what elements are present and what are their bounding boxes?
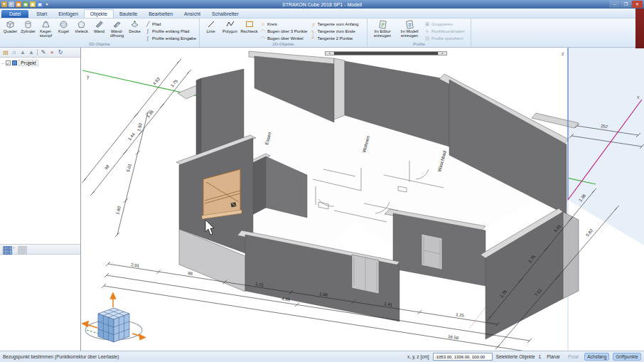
- profile-path-icon: ∫: [145, 28, 151, 34]
- edit-icon[interactable]: ✎: [40, 49, 47, 56]
- punktkoordinaten-button: ↳Punktkoordinaten: [424, 28, 465, 34]
- home-icon[interactable]: ⌂: [11, 49, 18, 56]
- tangente-anfang-button[interactable]: ╭Tangente vom Anfang: [310, 21, 358, 27]
- polygon-button[interactable]: Polygon: [221, 19, 239, 41]
- tab-bearbeiten[interactable]: Bearbeiten: [143, 10, 178, 18]
- gruppieren-button: ▣Gruppieren: [424, 21, 465, 27]
- kugel-button[interactable]: Kugel: [55, 19, 72, 41]
- qat-dropdown-icon[interactable]: ▾: [44, 1, 50, 7]
- minimize-button[interactable]: –: [609, 1, 620, 8]
- views-toolbar: ▦+ ▦: [0, 245, 80, 255]
- tree-item-label[interactable]: Projekt: [18, 60, 38, 66]
- save-profile-icon: ▥: [424, 36, 430, 41]
- work-plane: [568, 48, 644, 245]
- zylinder-button[interactable]: Zylinder: [20, 19, 36, 41]
- ribbon-right-accent: [635, 9, 644, 48]
- mode-achsfang[interactable]: Achsfang: [584, 353, 609, 361]
- project-tree: – ✓ Projekt: [0, 58, 80, 245]
- wandoeffnung-button[interactable]: Wand-öffnung: [109, 19, 125, 41]
- tangent-2-points-icon: ╯: [310, 36, 316, 41]
- arc-3-points-icon: ◠: [260, 28, 266, 34]
- scroll-right-icon[interactable]: ▸: [439, 52, 446, 55]
- new-document-icon[interactable]: ▣: [16, 1, 21, 7]
- z-axis-label: z: [562, 51, 564, 56]
- tangente-2-punkte-button[interactable]: ╯Tangente 2 Punkte: [310, 35, 358, 41]
- svg-text:4.63: 4.63: [152, 76, 161, 85]
- navigation-cube[interactable]: [82, 293, 145, 342]
- linie-button[interactable]: Linie: [202, 19, 220, 41]
- horizontal-scrollbar[interactable]: ◂ ▸: [325, 51, 447, 55]
- checkbox-checked[interactable]: ✓: [6, 60, 11, 65]
- kegelstumpf-button[interactable]: Kegel-stumpf: [38, 19, 54, 41]
- arc-angle-icon: ◠: [260, 36, 266, 41]
- print-icon[interactable]: ▣: [30, 1, 36, 7]
- im-editor-erzeugen-button[interactable]: Im Editor erzeugen: [370, 19, 395, 41]
- selected-objects-count: 1: [539, 354, 542, 359]
- mode-polar[interactable]: Polar: [566, 353, 581, 360]
- svg-text:1.25: 1.25: [456, 312, 465, 318]
- im-modell-erzeugen-button[interactable]: Im Modell erzeugen: [397, 19, 422, 41]
- tab-ansicht[interactable]: Ansicht: [178, 10, 206, 18]
- cylinder-icon: [23, 19, 33, 29]
- maximize-button[interactable]: ❐: [621, 1, 631, 8]
- profile-input-icon: ∫: [145, 36, 151, 41]
- application-window: ▼ ↶ ▣ ▣ ▣ ▣ ▾ STRAKON Cube 2018 SP1 - Mo…: [0, 0, 644, 362]
- tab-einfuegen[interactable]: Einfügen: [53, 10, 84, 18]
- mode-griffpunkte[interactable]: Griffpunkte: [613, 353, 641, 361]
- views-list-empty: [0, 255, 80, 351]
- tab-start[interactable]: Start: [31, 10, 53, 18]
- tab-datei[interactable]: Datei: [1, 10, 28, 18]
- decke-button[interactable]: Decke: [127, 19, 143, 41]
- svg-text:5.01: 5.01: [126, 163, 132, 172]
- close-button[interactable]: ✕: [632, 1, 643, 8]
- wall-opening-icon: [112, 19, 122, 29]
- wall-icon: [95, 19, 104, 29]
- model-viewport[interactable]: Essen Wohnen Waschbad: [81, 48, 644, 351]
- rechteck-button[interactable]: Rechteck: [240, 19, 258, 41]
- wand-button[interactable]: Wand: [91, 19, 107, 41]
- project-panel: ▤ ⌂ ▲ ▲ ✎ × ↻ – ✓ Projekt ▦+ ▦: [0, 48, 81, 351]
- tab-schalbretter[interactable]: Schalbretter: [206, 10, 245, 18]
- coords-input[interactable]: [433, 353, 493, 361]
- polygon-prism-icon: [77, 19, 86, 29]
- import-icon[interactable]: ▤: [2, 49, 9, 56]
- mode-planar[interactable]: Planar: [544, 353, 562, 360]
- vieleck-button[interactable]: Vieleck: [73, 19, 90, 41]
- profile-speichern-button: ▥Profile speichern: [424, 35, 465, 41]
- undo-icon[interactable]: ↶: [9, 1, 14, 7]
- ribbon-tabs: Datei Start Einfügen Objekte Bauteile Be…: [0, 9, 644, 18]
- circle-icon: ○: [260, 21, 266, 27]
- pfad-button[interactable]: ╱Pfad: [145, 21, 196, 27]
- tab-bauteile[interactable]: Bauteile: [114, 10, 143, 18]
- ribbon: Datei Start Einfügen Objekte Bauteile Be…: [0, 9, 644, 48]
- tangente-ende-button[interactable]: ╮Tangente zum Ende: [310, 28, 358, 34]
- tab-objekte[interactable]: Objekte: [84, 9, 114, 18]
- tree-item-projekt[interactable]: – ✓ Projekt: [1, 60, 79, 66]
- profile-entlang-pfad-button[interactable]: ∫Profile entlang Pfad: [145, 28, 196, 34]
- profile-entlang-eingabe-button[interactable]: ∫Profile entlang Eingabe: [145, 35, 196, 41]
- svg-text:1.60: 1.60: [115, 206, 122, 215]
- refresh-icon[interactable]: ↻: [57, 49, 64, 56]
- svg-text:2.01: 2.01: [131, 262, 140, 268]
- line-icon: [207, 19, 215, 29]
- scroll-left-icon[interactable]: ◂: [326, 52, 333, 55]
- open-icon[interactable]: ▣: [23, 1, 28, 7]
- help-icon[interactable]: ▣: [37, 1, 43, 7]
- move-top-icon[interactable]: ▲: [28, 49, 35, 56]
- group-label-3d: 3D-Objekte: [1, 41, 198, 47]
- kreis-button[interactable]: ○Kreis: [260, 21, 307, 27]
- move-up-icon[interactable]: ▲: [19, 49, 26, 56]
- save-icon[interactable]: ▼: [1, 1, 7, 7]
- scrollbar-thumb[interactable]: [334, 52, 438, 55]
- svg-text:1.50: 1.50: [136, 122, 143, 132]
- window-2[interactable]: [422, 234, 442, 270]
- delete-icon[interactable]: ×: [48, 49, 55, 56]
- tree-branch: –: [1, 60, 4, 65]
- coords-label: x, y, z [cm]: [407, 354, 429, 359]
- bogen-winkel-button[interactable]: ◠Bogen über Winkel: [260, 35, 307, 41]
- model-sheet-icon: [405, 19, 414, 29]
- svg-text:4.88: 4.88: [281, 297, 291, 302]
- point-coordinates-icon: ↳: [424, 28, 430, 34]
- bogen-3-punkte-button[interactable]: ◠Bogen über 3 Punkte: [260, 28, 307, 34]
- quader-button[interactable]: Quader: [2, 19, 18, 41]
